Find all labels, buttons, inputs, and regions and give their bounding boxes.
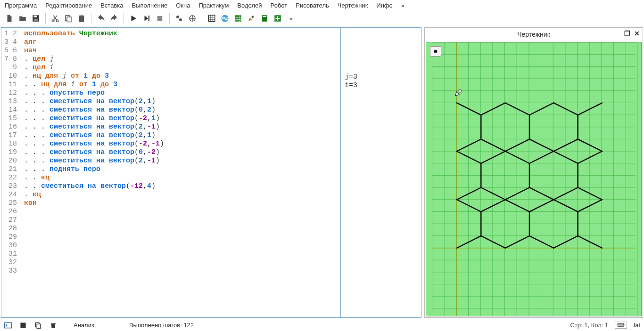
cut-icon[interactable] (50, 13, 61, 24)
svg-rect-73 (20, 323, 25, 328)
menu-run[interactable]: Выполнение (132, 2, 167, 9)
run-icon[interactable] (128, 13, 139, 24)
toolbar: » (0, 11, 644, 26)
paste-icon[interactable] (76, 13, 87, 24)
drafter-titlebar: Чертежник ❐ ✕ (425, 28, 643, 41)
analysis-label[interactable]: Анализ (74, 322, 94, 329)
svg-point-4 (56, 20, 58, 22)
svg-rect-2 (34, 19, 38, 21)
svg-rect-7 (79, 16, 84, 22)
copy-icon[interactable] (63, 13, 74, 24)
waves-icon[interactable] (219, 13, 231, 24)
menu-vodolei[interactable]: Водолей (237, 2, 262, 9)
trash-status-icon[interactable] (49, 321, 58, 330)
output-panel: j=3i=3 (341, 28, 421, 317)
grid2-icon[interactable] (232, 13, 244, 24)
open-file-icon[interactable] (17, 13, 28, 24)
new-file-icon[interactable] (4, 13, 15, 24)
canvas-menu-icon[interactable]: ≡ (430, 46, 441, 57)
menu-overflow[interactable]: » (401, 2, 405, 9)
drafter-window: Чертежник ❐ ✕ ≡ (424, 27, 643, 318)
menu-insert[interactable]: Вставка (100, 2, 123, 9)
line-gutter: 1 2 3 4 5 6 7 8 9 10 11 12 13 14 15 16 1… (1, 28, 20, 317)
drafter-canvas[interactable]: ≡ (426, 42, 642, 316)
step-icon[interactable] (141, 13, 152, 24)
svg-point-3 (52, 20, 54, 22)
menu-practicum[interactable]: Практикум (198, 2, 229, 9)
toolbar-overflow[interactable]: » (285, 13, 297, 24)
svg-rect-6 (67, 17, 71, 22)
maximize-icon[interactable]: ❐ (624, 30, 630, 37)
stop-icon[interactable] (154, 13, 165, 24)
brush-icon[interactable] (246, 13, 257, 24)
svg-rect-75 (37, 324, 41, 328)
menu-program[interactable]: Программа (5, 2, 37, 9)
menu-painter[interactable]: Рисователь (296, 2, 329, 9)
code-editor[interactable]: использовать Чертежник алг нач . цел j .… (20, 28, 341, 317)
statusbar: Анализ Выполнено шагов: 122 Стр: 1, Кол:… (0, 319, 644, 331)
console-icon[interactable] (4, 321, 12, 330)
svg-rect-1 (34, 16, 38, 17)
output-i: i=3 (345, 81, 357, 89)
svg-rect-10 (157, 16, 163, 21)
svg-rect-16 (235, 15, 241, 22)
svg-rect-72 (5, 323, 11, 328)
cursor-position: Стр: 1, Кол: 1 (570, 322, 608, 329)
redo-icon[interactable] (108, 13, 120, 24)
input-mode[interactable]: lat (634, 322, 640, 329)
pen-icon (454, 87, 464, 97)
keyboard-icon[interactable]: ⌨ (615, 322, 627, 329)
steps-label: Выполнено шагов: 122 (129, 322, 194, 329)
svg-rect-18 (263, 16, 266, 17)
editor-panel: 1 2 3 4 5 6 7 8 9 10 11 12 13 14 15 16 1… (1, 27, 421, 318)
menu-drafter[interactable]: Чертежник (338, 2, 368, 9)
actor1-icon[interactable] (173, 13, 185, 24)
svg-point-12 (179, 18, 182, 21)
book-icon[interactable] (259, 13, 270, 24)
svg-rect-8 (81, 15, 83, 16)
save-file-icon[interactable] (30, 13, 41, 24)
svg-rect-9 (149, 16, 149, 21)
menubar: Программа Редактирование Вставка Выполне… (0, 0, 644, 11)
svg-point-11 (176, 16, 179, 18)
menu-edit[interactable]: Редактирование (45, 2, 92, 9)
plus-grid-icon[interactable] (272, 13, 283, 24)
main-area: 1 2 3 4 5 6 7 8 9 10 11 12 13 14 15 16 1… (0, 26, 644, 319)
menu-windows[interactable]: Окна (176, 2, 190, 9)
svg-rect-14 (208, 15, 215, 22)
drafter-title: Чертежник (517, 31, 550, 38)
drawing-svg (426, 42, 641, 316)
grid1-icon[interactable] (206, 13, 217, 24)
menu-info[interactable]: Инфо (376, 2, 392, 9)
copy-status-icon[interactable] (34, 321, 42, 330)
undo-icon[interactable] (95, 13, 107, 24)
actor2-icon[interactable] (187, 13, 198, 24)
output-j: j=3 (345, 73, 357, 81)
save-status-icon[interactable] (19, 321, 27, 330)
menu-robot[interactable]: Робот (271, 2, 288, 9)
close-icon[interactable]: ✕ (634, 30, 640, 37)
